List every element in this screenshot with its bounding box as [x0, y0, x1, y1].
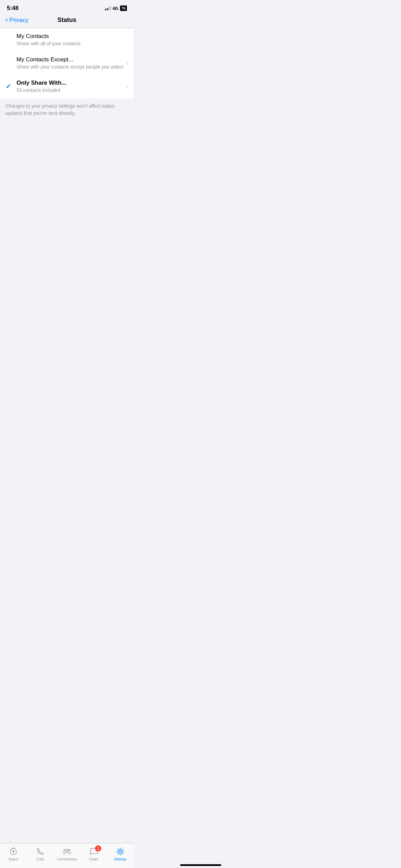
back-chevron-icon: ‹: [5, 16, 8, 24]
option-my-contacts-title: My Contacts: [16, 33, 128, 40]
back-label: Privacy: [9, 17, 28, 24]
option-my-contacts-except-subtitle: Share with your contacts except people y…: [16, 64, 123, 70]
option-only-share-with[interactable]: ✓ Only Share With... 53 contacts include…: [0, 75, 134, 98]
option-my-contacts[interactable]: My Contacts Share with all of your conta…: [0, 28, 134, 51]
option-only-share-with-content: Only Share With... 53 contacts included: [16, 80, 123, 93]
option-my-contacts-except-title: My Contacts Except...: [16, 56, 123, 63]
status-icons: 4G 76: [105, 5, 127, 11]
option-only-share-with-title: Only Share With...: [16, 80, 123, 86]
option-my-contacts-content: My Contacts Share with all of your conta…: [16, 33, 128, 47]
main-content: My Contacts Share with all of your conta…: [0, 28, 134, 155]
status-time: 5:48: [7, 5, 19, 12]
footer-note: Changes to your privacy settings won't a…: [0, 98, 134, 124]
option-my-contacts-subtitle: Share with all of your contacts: [16, 40, 128, 47]
option-only-share-with-subtitle: 53 contacts included: [16, 87, 123, 93]
chevron-my-contacts-except-icon: ›: [126, 60, 128, 67]
chevron-only-share-with-icon: ›: [126, 83, 128, 90]
option-my-contacts-except-content: My Contacts Except... Share with your co…: [16, 56, 123, 70]
check-only-share-with: ✓: [5, 82, 15, 91]
options-list: My Contacts Share with all of your conta…: [0, 28, 134, 98]
navigation-bar: ‹ Privacy Status: [0, 14, 134, 28]
battery-icon: 76: [120, 5, 127, 11]
option-my-contacts-except[interactable]: My Contacts Except... Share with your co…: [0, 51, 134, 75]
network-label: 4G: [113, 6, 118, 11]
page-title: Status: [57, 16, 76, 24]
status-bar: 5:48 4G 76: [0, 0, 134, 14]
signal-icon: [105, 6, 111, 10]
back-button[interactable]: ‹ Privacy: [5, 16, 28, 24]
